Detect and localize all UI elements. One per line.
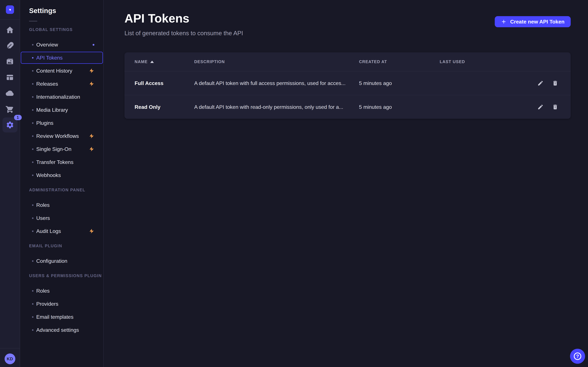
page-subtitle: List of generated tokens to consume the … <box>124 30 571 37</box>
sidebar-item-content-history[interactable]: Content History <box>20 64 104 77</box>
sidebar-item-releases[interactable]: Releases <box>20 77 104 90</box>
row-actions <box>525 104 561 110</box>
bullet-icon <box>32 329 34 331</box>
token-name: Read Only <box>135 104 194 110</box>
bullet-icon <box>32 161 34 163</box>
bullet-icon <box>32 149 34 150</box>
lightning-icon <box>89 228 95 234</box>
media-library-icon[interactable] <box>0 54 20 69</box>
lightning-icon <box>89 146 95 152</box>
sidebar-item-up-advanced-settings[interactable]: Advanced settings <box>20 324 104 336</box>
settings-gear-active-box: 1 <box>2 117 17 133</box>
cloud-icon[interactable] <box>0 85 20 101</box>
sidebar-item-overview[interactable]: Overview <box>20 38 104 51</box>
token-created-at: 5 minutes ago <box>359 104 440 110</box>
delete-trash-icon[interactable] <box>552 104 558 110</box>
bullet-icon <box>32 83 34 85</box>
bullet-icon <box>32 231 34 232</box>
settings-gear-icon[interactable]: 1 <box>0 117 20 133</box>
administration-panel-list: Roles Users Audit Logs <box>20 199 104 238</box>
main-nav-rail: 1 KD <box>0 0 20 367</box>
bullet-icon <box>32 260 34 262</box>
lightning-icon <box>89 81 95 87</box>
column-header-description: DESCRIPTION <box>194 59 359 64</box>
sidebar-item-webhooks[interactable]: Webhooks <box>20 169 104 182</box>
token-created-at: 5 minutes ago <box>359 80 440 86</box>
sidebar-title-divider <box>29 21 37 21</box>
delete-trash-icon[interactable] <box>552 80 558 86</box>
plus-icon <box>501 19 507 25</box>
edit-pencil-icon[interactable] <box>537 104 544 110</box>
settings-sidebar: Settings GLOBAL SETTINGS Overview API To… <box>20 0 104 367</box>
section-label-administration-panel: ADMINISTRATION PANEL <box>29 188 94 192</box>
user-avatar[interactable]: KD <box>5 353 15 364</box>
token-name: Full Access <box>135 80 194 86</box>
bullet-icon <box>32 135 34 137</box>
column-header-name[interactable]: NAME <box>135 59 194 64</box>
section-label-global-settings: GLOBAL SETTINGS <box>29 27 94 32</box>
bullet-icon <box>32 290 34 292</box>
sidebar-item-admin-users[interactable]: Users <box>20 212 104 225</box>
token-description: A default API token with full access per… <box>194 80 359 86</box>
bullet-icon <box>32 175 34 176</box>
sidebar-item-internationalization[interactable]: Internationalization <box>20 90 104 103</box>
sidebar-item-audit-logs[interactable]: Audit Logs <box>20 225 104 238</box>
global-settings-list: Overview API Tokens Content History Rele… <box>20 38 104 182</box>
sidebar-item-up-email-templates[interactable]: Email templates <box>20 310 104 324</box>
column-header-created-at: CREATED AT <box>359 59 440 64</box>
help-button[interactable]: ? <box>570 349 585 364</box>
section-label-email-plugin: EMAIL PLUGIN <box>29 243 94 248</box>
table-row-full-access[interactable]: Full Access A default API token with ful… <box>124 71 571 95</box>
table-row-read-only[interactable]: Read Only A default API token with read-… <box>124 95 571 119</box>
row-actions <box>525 80 561 86</box>
sort-ascending-icon <box>150 61 154 63</box>
bullet-icon <box>32 57 34 58</box>
api-tokens-table: NAME DESCRIPTION CREATED AT LAST USED Fu… <box>124 52 571 119</box>
strapi-logo[interactable] <box>6 5 14 14</box>
bullet-icon <box>32 96 34 98</box>
content-manager-feather-icon[interactable] <box>0 38 20 54</box>
main-content: API Tokens List of generated tokens to c… <box>104 0 588 367</box>
app-window: 1 KD Settings GLOBAL SETTINGS Overview A… <box>0 0 588 367</box>
bullet-icon <box>32 122 34 124</box>
create-api-token-button[interactable]: Create new API Token <box>495 16 571 27</box>
home-icon[interactable] <box>0 22 20 38</box>
bullet-icon <box>32 217 34 219</box>
lightning-icon <box>89 133 95 139</box>
users-permissions-list: Roles Providers Email templates Advanced… <box>20 284 104 336</box>
lightning-icon <box>89 68 95 74</box>
section-label-users-permissions-plugin: USERS & PERMISSIONS PLUGIN <box>29 273 94 278</box>
content-type-builder-icon[interactable] <box>0 69 20 85</box>
sidebar-item-media-library[interactable]: Media Library <box>20 103 104 117</box>
rail-bottom-divider <box>0 348 20 348</box>
sidebar-item-api-tokens[interactable]: API Tokens <box>20 51 104 64</box>
bullet-icon <box>32 303 34 305</box>
bullet-icon <box>32 70 34 72</box>
edit-pencil-icon[interactable] <box>537 80 544 86</box>
sidebar-item-plugins[interactable]: Plugins <box>20 117 104 130</box>
marketplace-cart-icon[interactable] <box>0 101 20 117</box>
sidebar-item-transfer-tokens[interactable]: Transfer Tokens <box>20 156 104 169</box>
bullet-icon <box>32 316 34 318</box>
rail-divider <box>0 19 20 20</box>
table-header-row: NAME DESCRIPTION CREATED AT LAST USED <box>124 52 571 71</box>
sidebar-item-single-sign-on[interactable]: Single Sign-On <box>20 142 104 156</box>
bullet-icon <box>32 204 34 206</box>
sidebar-title: Settings <box>20 7 104 15</box>
token-description: A default API token with read-only permi… <box>194 104 359 110</box>
sidebar-item-email-configuration[interactable]: Configuration <box>20 254 104 267</box>
sidebar-item-up-roles[interactable]: Roles <box>20 284 104 297</box>
bullet-icon <box>32 44 34 45</box>
sidebar-item-admin-roles[interactable]: Roles <box>20 199 104 212</box>
column-header-last-used: LAST USED <box>440 59 525 64</box>
strapi-logo-glyph <box>8 7 12 12</box>
sidebar-item-up-providers[interactable]: Providers <box>20 297 104 310</box>
email-plugin-list: Configuration <box>20 254 104 267</box>
bullet-icon <box>32 109 34 111</box>
rail-icon-list: 1 <box>0 22 20 133</box>
notification-dot-icon <box>93 44 95 46</box>
sidebar-item-review-workflows[interactable]: Review Workflows <box>20 130 104 142</box>
question-mark-icon: ? <box>574 352 581 360</box>
